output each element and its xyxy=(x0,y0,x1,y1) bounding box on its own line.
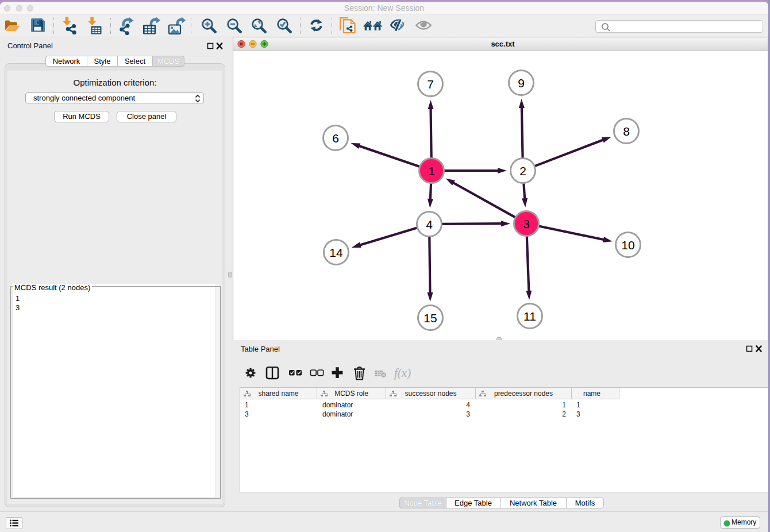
svg-text:1: 1 xyxy=(428,164,435,178)
svg-text:8: 8 xyxy=(623,125,630,138)
svg-text:6: 6 xyxy=(332,132,339,145)
svg-text:14: 14 xyxy=(329,246,343,259)
svg-text:f(x): f(x) xyxy=(394,367,411,380)
svg-text:2: 2 xyxy=(519,164,526,178)
svg-text:4: 4 xyxy=(426,218,433,231)
svg-text:10: 10 xyxy=(621,238,634,252)
svg-text:15: 15 xyxy=(424,311,437,325)
svg-text:7: 7 xyxy=(427,78,434,91)
svg-text:11: 11 xyxy=(523,310,536,323)
svg-text:3: 3 xyxy=(523,217,530,230)
svg-text:9: 9 xyxy=(518,76,525,90)
